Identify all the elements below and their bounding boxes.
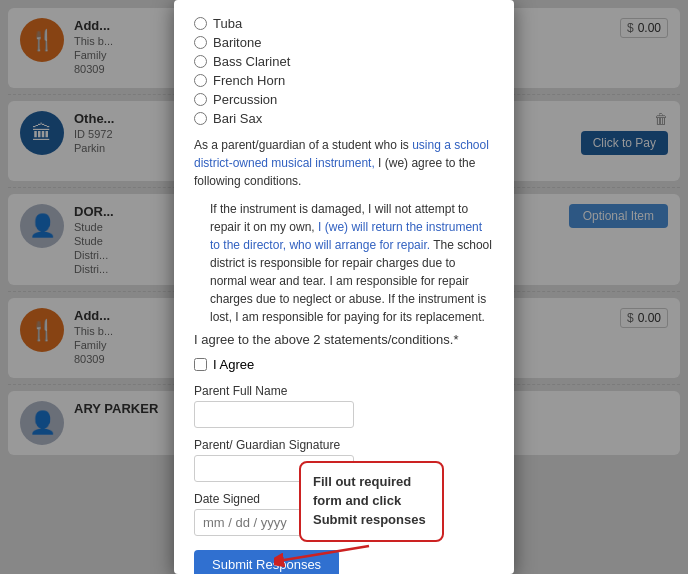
- parent-name-input[interactable]: [194, 401, 354, 428]
- i-agree-checkbox[interactable]: [194, 358, 207, 371]
- callout-bubble: Fill out required form and click Submit …: [299, 461, 444, 542]
- radio-baritone[interactable]: Baritone: [194, 35, 494, 50]
- radio-bass-clarinet[interactable]: Bass Clarinet: [194, 54, 494, 69]
- submit-section: Fill out required form and click Submit …: [194, 546, 494, 574]
- parent-name-label: Parent Full Name: [194, 384, 494, 398]
- parent-name-field: Parent Full Name: [194, 384, 494, 428]
- radio-bari-sax[interactable]: Bari Sax: [194, 111, 494, 126]
- i-agree-label: I Agree: [213, 357, 254, 372]
- callout-container: Fill out required form and click Submit …: [299, 461, 444, 542]
- radio-tuba-input[interactable]: [194, 17, 207, 30]
- radio-percussion-input[interactable]: [194, 93, 207, 106]
- radio-french-horn[interactable]: French Horn: [194, 73, 494, 88]
- i-agree-check[interactable]: I Agree: [194, 357, 494, 372]
- radio-bari-sax-label: Bari Sax: [213, 111, 262, 126]
- radio-bass-clarinet-input[interactable]: [194, 55, 207, 68]
- instrument-radio-group: Tuba Baritone Bass Clarinet French Horn …: [194, 16, 494, 126]
- agree-statement: I agree to the above 2 statements/condit…: [194, 332, 494, 347]
- radio-french-horn-input[interactable]: [194, 74, 207, 87]
- radio-percussion[interactable]: Percussion: [194, 92, 494, 107]
- red-arrow-svg: [274, 538, 374, 568]
- radio-bari-sax-input[interactable]: [194, 112, 207, 125]
- svg-line-1: [284, 546, 369, 560]
- radio-french-horn-label: French Horn: [213, 73, 285, 88]
- radio-baritone-label: Baritone: [213, 35, 261, 50]
- agreement-para-2: If the instrument is damaged, I will not…: [210, 200, 494, 326]
- radio-bass-clarinet-label: Bass Clarinet: [213, 54, 290, 69]
- radio-percussion-label: Percussion: [213, 92, 277, 107]
- radio-tuba[interactable]: Tuba: [194, 16, 494, 31]
- agreement-para-1: As a parent/guardian of a student who is…: [194, 136, 494, 190]
- radio-tuba-label: Tuba: [213, 16, 242, 31]
- radio-baritone-input[interactable]: [194, 36, 207, 49]
- modal-overlay: Tuba Baritone Bass Clarinet French Horn …: [0, 0, 688, 574]
- modal-dialog: Tuba Baritone Bass Clarinet French Horn …: [174, 0, 514, 574]
- callout-arrow: [274, 538, 374, 571]
- signature-label: Parent/ Guardian Signature: [194, 438, 494, 452]
